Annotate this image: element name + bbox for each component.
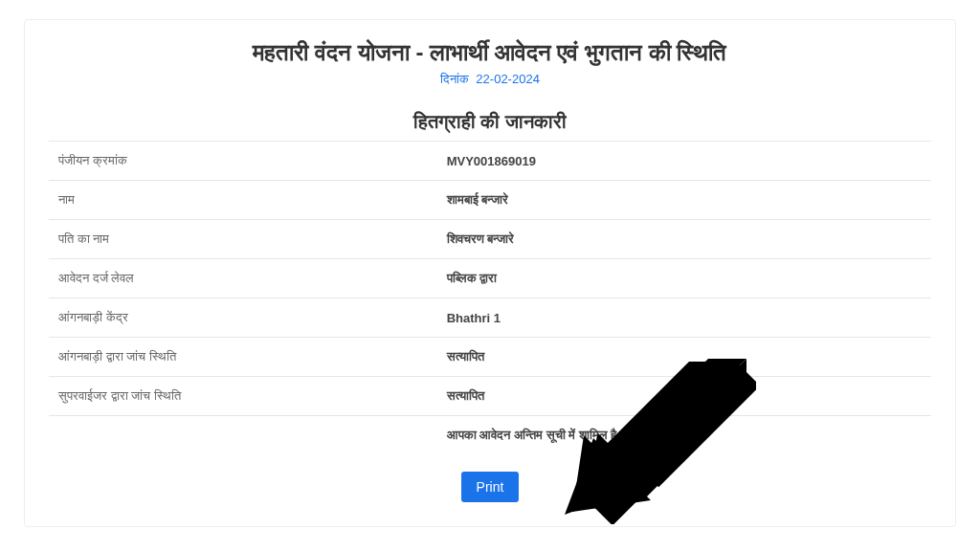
beneficiary-info-table: पंजीयन क्रमांक MVY001869019 नाम शामबाई ब… <box>49 141 931 454</box>
cell-value: MVY001869019 <box>437 142 931 181</box>
section-heading: हितग्राही की जानकारी <box>49 111 931 133</box>
table-row: आपका आवेदन अन्तिम सूची में शामिल है <box>49 416 931 455</box>
cell-value: शामबाई बन्जारे <box>437 181 931 220</box>
cell-value-verified: सत्यापित <box>437 338 931 377</box>
date-value: 22-02-2024 <box>476 72 540 86</box>
cell-label <box>49 416 437 455</box>
cell-value-verified: सत्यापित <box>437 377 931 416</box>
date-prefix: दिनांक <box>440 72 469 86</box>
table-row: सुपरवाईजर द्वारा जांच स्थिति सत्यापित <box>49 377 931 416</box>
cell-final-status: आपका आवेदन अन्तिम सूची में शामिल है <box>437 416 931 455</box>
date-line: दिनांक 22-02-2024 <box>49 72 931 87</box>
cell-label: सुपरवाईजर द्वारा जांच स्थिति <box>49 377 437 416</box>
cell-value: पब्लिक द्वारा <box>437 259 931 298</box>
cell-value: शिवचरण बन्जारे <box>437 220 931 259</box>
cell-label: आंगनबाड़ी द्वारा जांच स्थिति <box>49 338 437 377</box>
cell-label: नाम <box>49 181 437 220</box>
table-row: नाम शामबाई बन्जारे <box>49 181 931 220</box>
table-row: आंगनबाड़ी द्वारा जांच स्थिति सत्यापित <box>49 338 931 377</box>
cell-label: पति का नाम <box>49 220 437 259</box>
table-row: आंगनबाड़ी केंद्र Bhathri 1 <box>49 298 931 338</box>
cell-label: आवेदन दर्ज लेवल <box>49 259 437 298</box>
cell-label: पंजीयन क्रमांक <box>49 142 437 181</box>
table-row: पति का नाम शिवचरण बन्जारे <box>49 220 931 259</box>
table-row: आवेदन दर्ज लेवल पब्लिक द्वारा <box>49 259 931 298</box>
status-card: महतारी वंदन योजना - लाभार्थी आवेदन एवं भ… <box>24 19 956 527</box>
print-button[interactable]: Print <box>461 472 520 502</box>
print-button-wrap: Print <box>49 472 931 502</box>
page-title: महतारी वंदन योजना - लाभार्थी आवेदन एवं भ… <box>49 39 931 66</box>
table-row: पंजीयन क्रमांक MVY001869019 <box>49 142 931 181</box>
cell-value: Bhathri 1 <box>437 298 931 338</box>
cell-label: आंगनबाड़ी केंद्र <box>49 298 437 338</box>
